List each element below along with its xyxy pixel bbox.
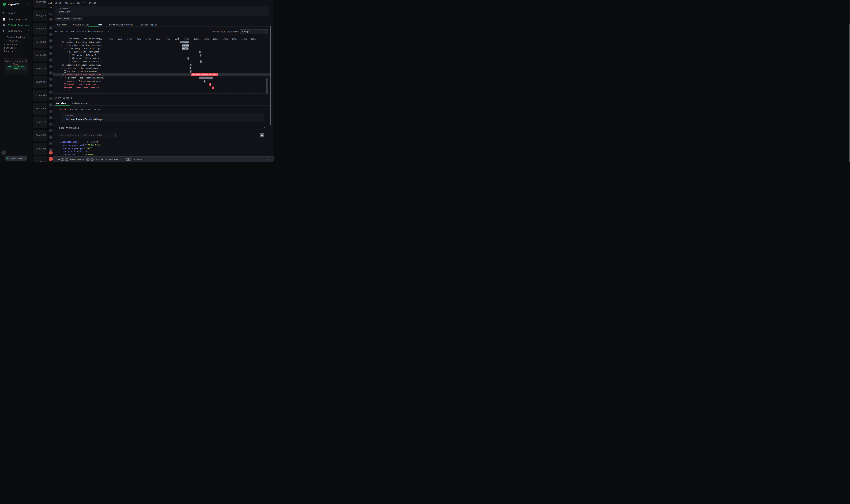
- location-pin-icon[interactable]: ◎: [49, 46, 53, 49]
- gear-icon[interactable]: ⚙: [260, 133, 264, 138]
- preset-clickhouse[interactable]: Clickhouse: [0, 43, 32, 46]
- attributes-root-node[interactable]: ▼SpanAttributes{} 6 keys: [60, 141, 98, 143]
- chevron-down-icon[interactable]: ∨: [58, 64, 59, 66]
- location-pin-icon[interactable]: ◎: [49, 90, 53, 94]
- tab-session-replay[interactable]: Session Replay: [140, 23, 157, 26]
- span-duration-bar[interactable]: P: [199, 51, 201, 53]
- location-pin-icon[interactable]: ◎: [49, 71, 53, 75]
- arrow-left-key[interactable]: ←: [61, 158, 64, 161]
- trace-span-row[interactable]: ≡currency | Convert convers…C: [53, 37, 270, 40]
- trace-span-row[interactable]: ∨(1)shipping | POST http://quo…POST h: [53, 47, 270, 50]
- location-pin-icon[interactable]: ◎: [49, 116, 53, 120]
- account-menu[interactable]: U Local mode ›: [5, 156, 28, 161]
- span-duration-bar[interactable]: C: [178, 37, 179, 40]
- span-duration-bar[interactable]: grpc.oteldemo.: [199, 76, 213, 79]
- location-pin-icon[interactable]: ◎: [49, 65, 53, 68]
- trace-span-row[interactable]: ≡payment | Visa cache full: c…V: [53, 83, 270, 86]
- session-list-item[interactable]: Roderick_S: [33, 63, 47, 75]
- location-pin-icon[interactable]: ◎: [49, 122, 53, 126]
- location-pin-icon[interactable]: ◎: [49, 52, 53, 55]
- span-duration-bar[interactable]: C: [187, 57, 189, 60]
- create-dashboard-button[interactable]: + Create Dashboard: [0, 36, 32, 38]
- attribute-key[interactable]: rpc.grpc.status_code: [63, 150, 87, 153]
- sidebar-item-client-sessions[interactable]: 💻Client Sessions: [0, 23, 32, 28]
- trace-span-row[interactable]: ∨(1)checkout | oteldemo.ShippingSe…oteld…: [53, 40, 270, 44]
- j-key[interactable]: j: [91, 158, 94, 161]
- attributes-search-input[interactable]: [64, 134, 111, 137]
- arrow-right-key[interactable]: →: [65, 158, 68, 161]
- trace-span-row[interactable]: ∨(1)quote | POST /getquoteP: [53, 50, 270, 54]
- span-duration-bar[interactable]: oteldemo.: [180, 41, 189, 43]
- trace-span-row[interactable]: ∨(2)quote | {closure}{: [53, 54, 270, 57]
- k-key[interactable]: k: [86, 158, 89, 161]
- location-pin-icon[interactable]: ◎: [49, 135, 53, 139]
- attribute-key[interactable]: net.sock.peer.port: [63, 147, 85, 150]
- session-list-item[interactable]: Shaniya.Sc: [33, 76, 47, 88]
- chevron-down-icon[interactable]: ∨: [61, 77, 62, 79]
- sidebar-collapse-icon[interactable]: [27, 3, 30, 5]
- session-search-input[interactable]: Sea: [48, 12, 53, 16]
- span-duration-bar[interactable]: {: [200, 54, 202, 56]
- waterfall-scrollbar[interactable]: [266, 36, 268, 93]
- session-list-item[interactable]: Anonymous: [33, 23, 47, 35]
- location-pin-icon[interactable]: ◎: [49, 129, 53, 132]
- span-duration-bar[interactable]: C: [189, 67, 191, 69]
- session-list-item[interactable]: Deion37@gm: [33, 36, 47, 48]
- trace-span-row[interactable]: ∨(1)currency | Currency/ConvertC: [53, 67, 270, 70]
- sidebar-item-dashboards[interactable]: ▦Dashboards⌃: [0, 29, 32, 33]
- trace-span-row[interactable]: quote | calculate-quotec: [53, 60, 270, 63]
- get-started-button[interactable]: Get Started for Free: [6, 66, 26, 70]
- chevron-down-icon[interactable]: ∨: [70, 54, 70, 56]
- location-pin-icon[interactable]: ◎: [49, 26, 53, 30]
- swap-arrows-icon[interactable]: ⇄: [49, 151, 53, 155]
- chevron-down-icon[interactable]: ∨: [64, 48, 65, 50]
- terminal-icon[interactable]: >_: [49, 157, 53, 161]
- session-list-item[interactable]: Anonymous: [33, 10, 47, 21]
- trace-span-row[interactable]: ≡quote | Calculated q…C: [53, 57, 270, 60]
- details-tab-column-values[interactable]: Column Values: [72, 102, 89, 105]
- location-pin-icon[interactable]: ◎: [49, 33, 53, 36]
- collapse-section-icon[interactable]: ⌃: [264, 127, 265, 129]
- esc-key[interactable]: ESC: [126, 158, 131, 161]
- service-name-chip[interactable]: ServiceName: frontend: [55, 17, 83, 21]
- chevron-down-icon[interactable]: ∨: [67, 51, 68, 53]
- tab-surrounding-context[interactable]: Surrounding Context: [109, 23, 133, 26]
- presets-section-toggle[interactable]: ⌄PRESETS: [0, 40, 32, 42]
- session-list-item[interactable]: Kieran92@h: [33, 90, 47, 101]
- location-pin-icon[interactable]: ◎: [49, 84, 53, 87]
- chevron-down-icon[interactable]: ∨: [61, 67, 62, 69]
- trace-span-row[interactable]: ∨(1)shipping | oteldemo.Shipping…oteldem: [53, 43, 270, 47]
- span-duration-bar[interactable]: o: [190, 64, 192, 66]
- session-list-item[interactable]: Walton9@ho: [33, 50, 47, 61]
- sidebar-item-search[interactable]: ▤Search: [0, 11, 32, 15]
- help-button[interactable]: ?: [1, 150, 6, 155]
- session-list-item[interactable]: Pearl43@ho: [33, 130, 47, 141]
- tab-column-values[interactable]: Column Values: [73, 23, 90, 26]
- chevron-down-icon[interactable]: ∨: [58, 41, 59, 43]
- span-duration-bar[interactable]: E: [212, 87, 214, 89]
- trace-span-row[interactable]: payment | Error: Visa cache ful…E: [53, 86, 270, 89]
- session-list-item[interactable]: Dolly.Lubo: [33, 157, 47, 162]
- span-duration-bar[interactable]: c: [200, 60, 202, 63]
- trace-span-row[interactable]: ∨(3)payment | grpc.oteldemo.Paymen…grpc.…: [53, 76, 270, 79]
- span-duration-bar[interactable]: C: [204, 80, 205, 83]
- location-pin-icon[interactable]: ◎: [49, 58, 53, 62]
- sidebar-item-chart-explorer[interactable]: 📈Chart Explorer: [0, 17, 32, 22]
- log-source-select[interactable]: ▤ Logs ⌃⌄: [240, 29, 268, 34]
- trace-span-row[interactable]: ∨(1)checkout | oteldemo.CurrencySe…o: [53, 63, 270, 67]
- chevron-down-icon[interactable]: ∨: [61, 44, 62, 46]
- location-pin-icon[interactable]: ◎: [49, 39, 53, 42]
- location-pin-icon[interactable]: ◎: [49, 97, 53, 100]
- preset-kubernetes[interactable]: Kubernetes: [0, 50, 32, 53]
- location-pin-icon[interactable]: ◎: [49, 142, 53, 145]
- span-duration-bar[interactable]: C: [189, 70, 192, 73]
- chevron-down-icon[interactable]: ∨: [58, 74, 59, 75]
- attribute-key[interactable]: net.sock.peer.addr: [63, 144, 85, 146]
- span-duration-bar[interactable]: V: [210, 83, 211, 86]
- close-icon[interactable]: ✕: [268, 158, 269, 161]
- location-pin-icon[interactable]: ◎: [49, 77, 53, 81]
- attributes-search[interactable]: [59, 133, 115, 138]
- session-list-item[interactable]: Jonathan.B: [33, 143, 47, 155]
- session-list-item[interactable]: Howard.Run: [33, 103, 47, 114]
- preset-services[interactable]: Services: [0, 47, 32, 49]
